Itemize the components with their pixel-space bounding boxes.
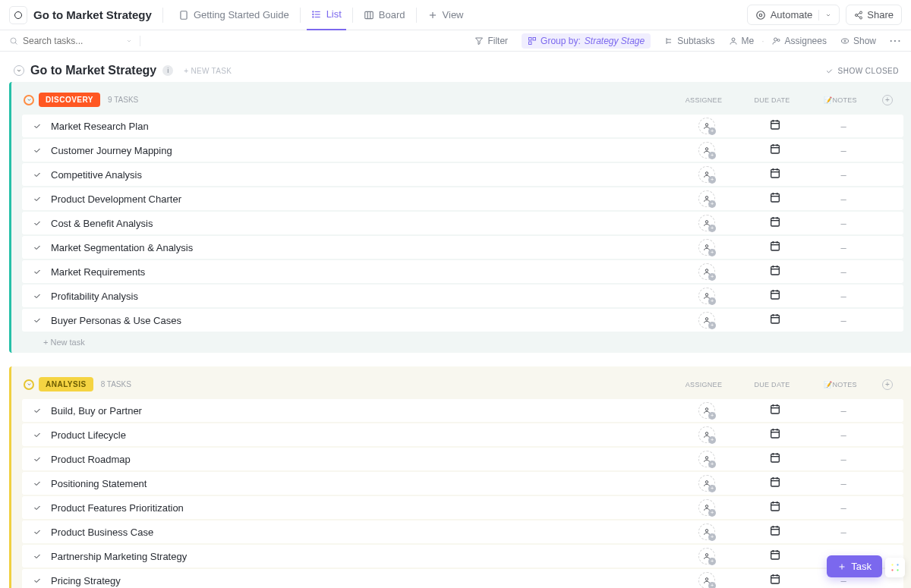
task-row[interactable]: Buyer Personas & Use Cases + – <box>22 309 903 332</box>
task-name[interactable]: Buyer Personas & Use Cases <box>51 315 673 326</box>
task-name[interactable]: Product Roadmap <box>51 454 673 465</box>
task-name[interactable]: Product Business Case <box>51 527 673 538</box>
group-name-pill[interactable]: DISCOVERY <box>39 93 100 107</box>
due-date-cell[interactable] <box>741 264 809 279</box>
task-name[interactable]: Build, Buy or Partner <box>51 405 673 417</box>
task-row[interactable]: Market Segmentation & Analysis + – <box>22 236 903 259</box>
tab-list[interactable]: List <box>307 0 346 30</box>
notes-cell[interactable]: – <box>809 242 878 253</box>
notes-cell[interactable]: – <box>809 502 878 514</box>
new-task-fab[interactable]: Task <box>827 555 882 577</box>
assignee-cell[interactable]: + <box>673 118 741 134</box>
notes-cell[interactable]: – <box>809 193 878 205</box>
task-complete-check[interactable] <box>33 170 42 179</box>
task-complete-check[interactable] <box>33 454 42 464</box>
task-name[interactable]: Partnership Marketing Strategy <box>51 551 673 562</box>
task-complete-check[interactable] <box>33 121 42 130</box>
task-row[interactable]: Positioning Statement + – <box>22 472 903 495</box>
assignee-cell[interactable]: + <box>673 475 741 492</box>
apps-fab[interactable] <box>885 558 905 577</box>
group-collapse-icon[interactable] <box>24 95 34 105</box>
task-row[interactable]: Build, Buy or Partner + – <box>22 399 903 422</box>
add-column-button[interactable]: + <box>875 379 900 390</box>
notes-cell[interactable]: – <box>809 405 878 417</box>
due-date-cell[interactable] <box>741 524 809 539</box>
due-date-cell[interactable] <box>741 191 809 206</box>
column-header-due[interactable]: DUE DATE <box>738 381 806 388</box>
new-task-row[interactable]: + New task <box>22 333 903 348</box>
notes-cell[interactable]: – <box>809 454 878 465</box>
task-complete-check[interactable] <box>33 552 42 561</box>
task-row[interactable]: Product Development Charter + – <box>22 187 903 210</box>
notes-cell[interactable]: – <box>809 291 878 302</box>
assignee-cell[interactable]: + <box>673 263 741 280</box>
task-complete-check[interactable] <box>33 291 42 300</box>
task-name[interactable]: Positioning Statement <box>51 478 673 489</box>
task-complete-check[interactable] <box>33 406 42 415</box>
due-date-cell[interactable] <box>741 451 809 467</box>
assignee-cell[interactable]: + <box>673 451 741 467</box>
task-row[interactable]: Partnership Marketing Strategy + – <box>22 545 903 568</box>
group-name-pill[interactable]: ANALYSIS <box>39 377 93 391</box>
due-date-cell[interactable] <box>741 573 809 588</box>
task-name[interactable]: Product Features Prioritization <box>51 502 673 514</box>
task-name[interactable]: Market Segmentation & Analysis <box>51 242 673 253</box>
column-header-notes[interactable]: 📝NOTES <box>806 96 875 104</box>
task-row[interactable]: Product Roadmap + – <box>22 448 903 470</box>
task-complete-check[interactable] <box>33 316 42 325</box>
due-date-cell[interactable] <box>741 403 809 418</box>
assignee-cell[interactable]: + <box>673 215 741 231</box>
chevron-down-icon[interactable] <box>126 38 132 44</box>
task-name[interactable]: Customer Journey Mapping <box>51 145 673 156</box>
search-box[interactable] <box>9 36 132 46</box>
assignee-cell[interactable]: + <box>673 288 741 304</box>
filter-button[interactable]: Filter <box>474 36 508 46</box>
task-row[interactable]: Market Research Plan + – <box>22 115 903 137</box>
assignees-button[interactable]: Assignees <box>772 36 827 46</box>
notes-cell[interactable]: – <box>809 121 878 132</box>
column-header-assignee[interactable]: ASSIGNEE <box>670 381 738 388</box>
notes-cell[interactable]: – <box>809 527 878 538</box>
due-date-cell[interactable] <box>741 143 809 158</box>
assignee-cell[interactable]: + <box>673 426 741 443</box>
tab-board[interactable]: Board <box>359 0 410 30</box>
assignee-cell[interactable]: + <box>673 402 741 419</box>
due-date-cell[interactable] <box>741 240 809 255</box>
due-date-cell[interactable] <box>741 118 809 134</box>
notes-cell[interactable]: – <box>809 429 878 441</box>
assignee-cell[interactable]: + <box>673 239 741 256</box>
due-date-cell[interactable] <box>741 215 809 231</box>
group-collapse-icon[interactable] <box>24 379 34 390</box>
assignee-cell[interactable]: + <box>673 548 741 564</box>
task-row[interactable]: Product Business Case + – <box>22 520 903 543</box>
due-date-cell[interactable] <box>741 476 809 491</box>
task-complete-check[interactable] <box>33 527 42 536</box>
task-complete-check[interactable] <box>33 576 42 585</box>
due-date-cell[interactable] <box>741 313 809 328</box>
task-complete-check[interactable] <box>33 503 42 512</box>
task-row[interactable]: Cost & Benefit Analysis + – <box>22 212 903 234</box>
assignee-cell[interactable]: + <box>673 312 741 329</box>
show-button[interactable]: Show <box>840 36 876 46</box>
info-icon[interactable]: i <box>162 65 173 76</box>
task-row[interactable]: Customer Journey Mapping + – <box>22 139 903 162</box>
assignee-cell[interactable]: + <box>673 524 741 540</box>
task-name[interactable]: Competitive Analysis <box>51 169 673 181</box>
task-row[interactable]: Profitability Analysis + – <box>22 285 903 307</box>
tab-getting-started[interactable]: Getting Started Guide <box>174 0 294 30</box>
task-row[interactable]: Pricing Strategy + – <box>22 569 903 588</box>
show-closed-button[interactable]: SHOW CLOSED <box>825 67 899 75</box>
task-name[interactable]: Profitability Analysis <box>51 291 673 302</box>
column-header-due[interactable]: DUE DATE <box>738 96 806 104</box>
notes-cell[interactable]: – <box>809 266 878 278</box>
task-name[interactable]: Product Development Charter <box>51 193 673 205</box>
assignee-cell[interactable]: + <box>673 572 741 588</box>
notes-cell[interactable]: – <box>809 315 878 326</box>
column-header-assignee[interactable]: ASSIGNEE <box>670 96 738 104</box>
notes-cell[interactable]: – <box>809 145 878 156</box>
column-header-notes[interactable]: 📝NOTES <box>806 381 875 388</box>
notes-cell[interactable]: – <box>809 169 878 181</box>
groupby-button[interactable]: Group by: Strategy Stage <box>522 33 651 49</box>
automate-button[interactable]: Automate <box>747 5 840 25</box>
task-name[interactable]: Market Requirements <box>51 266 673 278</box>
